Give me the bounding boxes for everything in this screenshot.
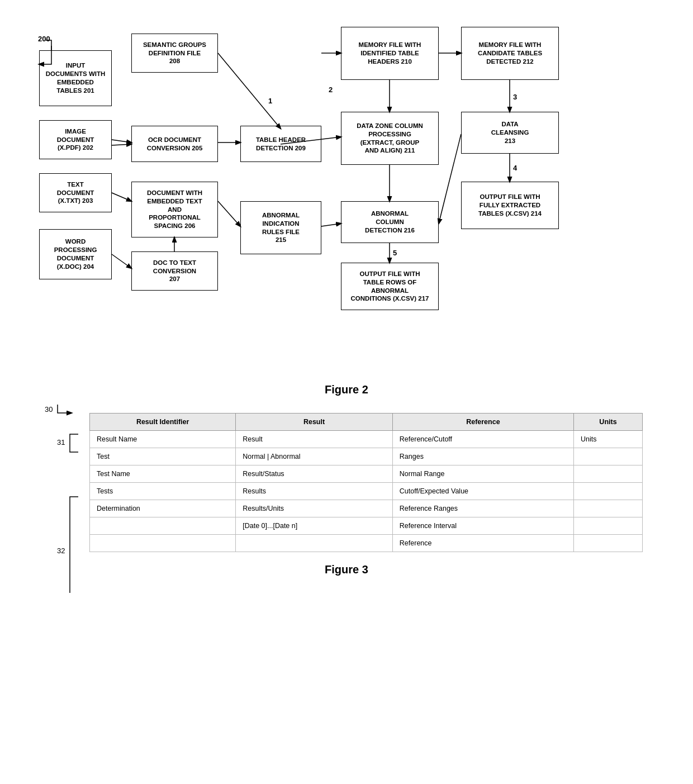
cell: Tests	[90, 483, 236, 500]
svg-line-1	[112, 140, 131, 142]
bracket-32	[67, 496, 84, 593]
cell	[90, 535, 236, 552]
cell: Reference	[392, 535, 573, 552]
cell: Test Name	[90, 465, 236, 483]
svg-text:1: 1	[268, 97, 272, 105]
cell: Reference/Cutoff	[392, 431, 573, 448]
box-memory-candidate: MEMORY FILE WITHCANDIDATE TABLESDETECTED…	[461, 27, 559, 80]
svg-text:2: 2	[329, 85, 333, 94]
cell	[573, 500, 642, 517]
label-31: 31	[57, 433, 84, 453]
cell: Results	[236, 483, 393, 500]
svg-line-2	[112, 193, 131, 201]
figure3-caption: Figure 3	[22, 563, 671, 576]
figure2-diagram: 200 INPUTDOCUMENTS WITHEMBEDDEDTABLES 20…	[22, 17, 671, 374]
svg-line-17	[321, 224, 341, 226]
box-abnormal-column: ABNORMALCOLUMNDETECTION 216	[341, 201, 439, 243]
svg-line-3	[112, 254, 131, 268]
cell: Ranges	[392, 448, 573, 465]
table-row: [Date 0]...[Date n] Reference Interval	[90, 517, 643, 535]
cell	[573, 517, 642, 535]
table-row: Reference	[90, 535, 643, 552]
box-image-doc: IMAGEDOCUMENT(X.PDF) 202	[39, 120, 112, 159]
svg-line-21	[218, 201, 240, 226]
box-abnormal-rules: ABNORMALINDICATIONRULES FILE215	[240, 201, 321, 254]
box-table-header: TABLE HEADERDETECTION 209	[240, 126, 321, 162]
cell	[90, 517, 236, 535]
box-data-zone: DATA ZONE COLUMNPROCESSING(EXTRACT, GROU…	[341, 112, 439, 165]
page: 200 INPUTDOCUMENTS WITHEMBEDDEDTABLES 20…	[0, 0, 693, 593]
table-row: Result Name Result Reference/Cutoff Unit…	[90, 431, 643, 448]
bracket-31	[67, 433, 84, 453]
box-doc-embedded: DOCUMENT WITHEMBEDDED TEXTANDPROPORTIONA…	[131, 182, 218, 237]
cell: Reference Ranges	[392, 500, 573, 517]
cell: Cutoff/Expected Value	[392, 483, 573, 500]
col-result-identifier: Result Identifier	[90, 414, 236, 431]
table-row: Test Name Result/Status Normal Range	[90, 465, 643, 483]
col-result: Result	[236, 414, 393, 431]
cell	[573, 448, 642, 465]
cell: Result Name	[90, 431, 236, 448]
cell: Results/Units	[236, 500, 393, 517]
box-input-docs: INPUTDOCUMENTS WITHEMBEDDEDTABLES 201	[39, 50, 112, 106]
cell	[573, 535, 642, 552]
table-header-row: Result Identifier Result Reference Units	[90, 414, 643, 431]
label-30: 30	[45, 402, 77, 419]
table-row: Tests Results Cutoff/Expected Value	[90, 483, 643, 500]
box-doc-to-text: DOC TO TEXTCONVERSION207	[131, 251, 218, 291]
cell: Normal Range	[392, 465, 573, 483]
cell: Result/Status	[236, 465, 393, 483]
box-output-full: OUTPUT FILE WITHFULLY EXTRACTEDTABLES (X…	[461, 182, 559, 229]
label-32: 32	[57, 496, 84, 593]
cell	[573, 465, 642, 483]
cell	[236, 535, 393, 552]
box-ocr-conversion: OCR DOCUMENTCONVERSION 205	[131, 126, 218, 162]
cell	[573, 483, 642, 500]
figure3-wrapper: 30 31 32	[50, 413, 643, 552]
svg-text:3: 3	[513, 93, 517, 101]
cell: Determination	[90, 500, 236, 517]
box-output-abnormal: OUTPUT FILE WITHTABLE ROWS OFABNORMALCON…	[341, 263, 439, 310]
box-memory-headers: MEMORY FILE WITHIDENTIFIED TABLEHEADERS …	[341, 27, 439, 80]
cell: Units	[573, 431, 642, 448]
col-units: Units	[573, 414, 642, 431]
cell: Test	[90, 448, 236, 465]
svg-line-4	[218, 53, 281, 129]
svg-text:5: 5	[393, 249, 397, 257]
cell: Result	[236, 431, 393, 448]
box-text-doc: TEXTDOCUMENT(X.TXT) 203	[39, 173, 112, 212]
cell: Normal | Abnormal	[236, 448, 393, 465]
arrow-30	[55, 402, 77, 419]
box-data-cleansing: DATACLEANSING213	[461, 112, 559, 154]
box-semantic-groups: SEMANTIC GROUPSDEFINITION FILE208	[131, 34, 218, 73]
table-row: Determination Results/Units Reference Ra…	[90, 500, 643, 517]
cell: [Date 0]...[Date n]	[236, 517, 393, 535]
svg-line-0	[112, 144, 131, 145]
figure2-caption: Figure 2	[22, 383, 671, 396]
svg-line-18	[439, 134, 461, 224]
box-word-doc: WORDPROCESSINGDOCUMENT(X.DOC) 204	[39, 229, 112, 279]
col-reference: Reference	[392, 414, 573, 431]
svg-text:4: 4	[513, 164, 518, 172]
table-row: Test Normal | Abnormal Ranges	[90, 448, 643, 465]
cell: Reference Interval	[392, 517, 573, 535]
figure3-table: Result Identifier Result Reference Units…	[89, 413, 643, 552]
